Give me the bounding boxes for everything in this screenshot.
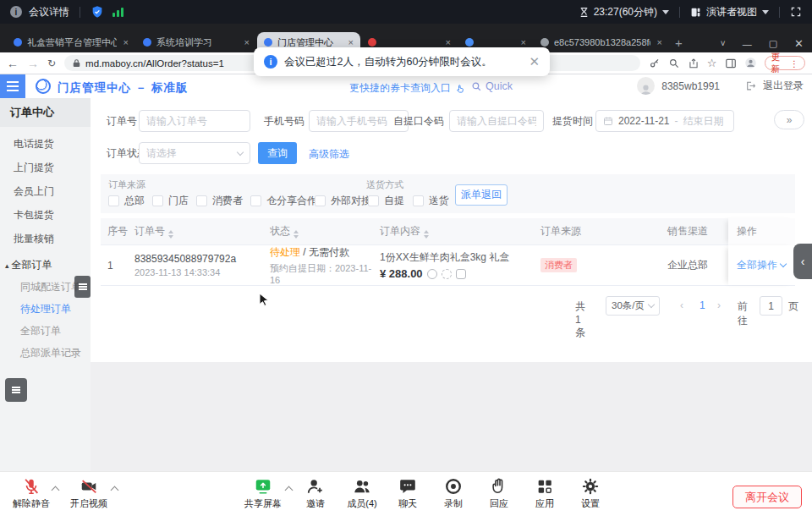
sidebar-sub-hq-dispatch-log[interactable]: 总部派单记录 xyxy=(0,342,91,364)
fullscreen-icon[interactable] xyxy=(790,6,802,18)
pickup-date-range[interactable]: 2022-11-21 - 结束日期 xyxy=(595,110,734,132)
next-page-icon[interactable]: › xyxy=(717,299,721,311)
header-status[interactable]: 状态 xyxy=(270,224,380,239)
tab-close-icon[interactable]: × xyxy=(521,37,526,47)
view-caret-icon[interactable] xyxy=(762,10,769,14)
pickup-code-input[interactable] xyxy=(449,110,544,132)
order-no-value[interactable]: 83859345088979792a xyxy=(134,253,270,265)
gift-icon[interactable] xyxy=(427,269,437,279)
table-row[interactable]: 1 83859345088979792a 2023-11-13 14:33:34… xyxy=(101,245,795,286)
banner-close-icon[interactable]: ✕ xyxy=(529,54,540,69)
checkbox-delivery-selfpickup[interactable]: 自提 xyxy=(368,194,404,208)
tab-close-icon[interactable]: × xyxy=(123,37,129,47)
order-no-input[interactable] xyxy=(139,110,250,132)
apps-button[interactable]: 应用 xyxy=(520,477,569,510)
logout-button[interactable]: 退出登录 xyxy=(763,79,804,93)
members-button[interactable]: 成员(4) xyxy=(337,477,387,510)
meeting-details-label[interactable]: 会议详情 xyxy=(29,5,69,19)
browser-tab-6[interactable]: e8c573980b1328a258fd2e6… × xyxy=(534,32,669,52)
share-icon[interactable] xyxy=(688,58,700,69)
checkbox-label: 自提 xyxy=(384,194,404,208)
checkbox-source-hq[interactable]: 总部 xyxy=(108,194,145,208)
browser-tab-1[interactable]: 礼盒营销平台管理中心 × xyxy=(7,32,135,52)
order-status-select[interactable]: 请选择 xyxy=(139,142,250,164)
sort-icon[interactable] xyxy=(424,230,429,239)
invite-button[interactable]: 邀请 xyxy=(291,477,340,510)
page-size-select[interactable]: 30条/页 xyxy=(606,296,660,316)
checkbox-source-consumer[interactable]: 消费者 xyxy=(196,194,243,208)
dispatch-return-button[interactable]: 派单退回 xyxy=(455,184,508,206)
tab-close-icon[interactable]: × xyxy=(657,37,662,47)
mute-button[interactable]: 解除静音 xyxy=(7,477,56,510)
checkbox-source-store[interactable]: 门店 xyxy=(152,194,189,208)
sidebar-item-card-pickup[interactable]: 卡包提货 xyxy=(0,203,91,227)
zoom-icon[interactable] xyxy=(668,58,680,69)
start-date-value[interactable]: 2022-11-21 xyxy=(618,115,670,127)
timer-caret-icon[interactable] xyxy=(662,10,669,14)
tab-title: 礼盒营销平台管理中心 xyxy=(27,36,117,49)
checkbox-icon xyxy=(108,195,119,206)
sidebar-item-phone-pickup[interactable]: 电话提货 xyxy=(0,132,91,156)
fixed-column-expand-handle[interactable]: ‹ xyxy=(793,244,812,279)
tab-close-icon[interactable]: × xyxy=(244,37,250,47)
chrome-update-button[interactable]: 更新 ⋮ xyxy=(765,56,805,70)
content-desc: 1份XX生鲜羊肉礼盒3kg 礼盒 xyxy=(380,250,540,265)
leave-meeting-button[interactable]: 离开会议 xyxy=(732,486,802,508)
forward-icon[interactable]: → xyxy=(27,58,39,69)
browser-tab-2[interactable]: 系统培训学习 × xyxy=(136,32,256,52)
back-icon[interactable]: ← xyxy=(7,58,19,69)
shop-icon[interactable] xyxy=(442,269,452,279)
shield-check-icon[interactable] xyxy=(91,5,104,19)
sort-icon[interactable] xyxy=(168,230,173,239)
floating-menu-widget[interactable] xyxy=(5,378,27,402)
view-mode-label[interactable]: 演讲者视图 xyxy=(706,5,757,19)
reload-icon[interactable]: ↻ xyxy=(47,58,56,69)
phone-icon[interactable] xyxy=(456,269,466,279)
window-minimize-icon[interactable]: — xyxy=(743,39,752,49)
all-actions-dropdown[interactable]: 全部操作 xyxy=(737,258,786,272)
network-signal-icon[interactable] xyxy=(112,7,123,17)
profile-icon[interactable] xyxy=(744,57,757,69)
checkbox-source-external[interactable]: 外部对接 xyxy=(315,194,371,208)
window-close-icon[interactable]: ✕ xyxy=(794,37,804,50)
side-panel-icon[interactable] xyxy=(725,58,737,69)
record-button[interactable]: 录制 xyxy=(429,477,478,510)
user-avatar[interactable] xyxy=(637,77,655,95)
sidebar-sub-all-orders[interactable]: 全部订单 xyxy=(0,320,91,342)
chat-button[interactable]: 聊天 xyxy=(383,477,432,510)
quick-search[interactable]: Quick xyxy=(471,80,513,92)
reactions-button[interactable]: 回应 xyxy=(475,477,524,510)
advanced-filter-link[interactable]: 高级筛选 xyxy=(309,147,349,162)
username[interactable]: 8385wb1991 xyxy=(661,80,720,92)
sidebar-sub-pending-orders[interactable]: 待处理订单 xyxy=(0,298,91,320)
sidebar-group-all-orders[interactable]: ▴全部订单 xyxy=(0,254,91,276)
hamburger-menu-button[interactable] xyxy=(0,74,25,98)
coupon-query-link[interactable]: 更快捷的券卡查询入口 xyxy=(349,81,465,96)
hourglass-icon xyxy=(579,7,590,18)
tab-search-chevron-icon[interactable]: ˅ xyxy=(721,39,726,48)
sidebar-item-member-visit[interactable]: 会员上门 xyxy=(0,179,91,203)
checkbox-delivery-delivery[interactable]: 送货 xyxy=(413,194,449,208)
share-screen-button[interactable]: 共享屏幕 xyxy=(239,477,288,510)
collapse-search-button[interactable]: » xyxy=(774,110,804,129)
end-date-placeholder[interactable]: 结束日期 xyxy=(683,114,724,129)
sort-icon[interactable] xyxy=(294,230,299,239)
checkbox-source-warehouse-share[interactable]: 仓分享合作 xyxy=(250,194,317,208)
settings-button[interactable]: 设置 xyxy=(566,477,615,510)
sidebar-collapse-handle[interactable] xyxy=(74,276,91,298)
bookmark-star-icon[interactable]: ☆ xyxy=(707,58,717,69)
window-maximize-icon[interactable]: ▢ xyxy=(769,38,777,49)
sidebar-item-batch-verify[interactable]: 批量核销 xyxy=(0,227,91,250)
prev-page-icon[interactable]: ‹ xyxy=(680,299,683,311)
tab-close-icon[interactable]: × xyxy=(348,37,354,47)
key-icon[interactable] xyxy=(649,58,661,69)
goto-page-input[interactable] xyxy=(760,296,782,316)
search-button[interactable]: 查询 xyxy=(258,142,297,164)
new-tab-button[interactable]: + xyxy=(670,32,688,52)
camera-button[interactable]: 开启视频 xyxy=(64,477,113,510)
header-content[interactable]: 订单内容 xyxy=(380,224,540,239)
tab-close-icon[interactable]: × xyxy=(446,37,451,47)
header-order-no[interactable]: 订单号 xyxy=(134,224,270,239)
current-page[interactable]: 1 xyxy=(700,299,705,311)
sidebar-item-door-pickup[interactable]: 上门提货 xyxy=(0,156,91,179)
